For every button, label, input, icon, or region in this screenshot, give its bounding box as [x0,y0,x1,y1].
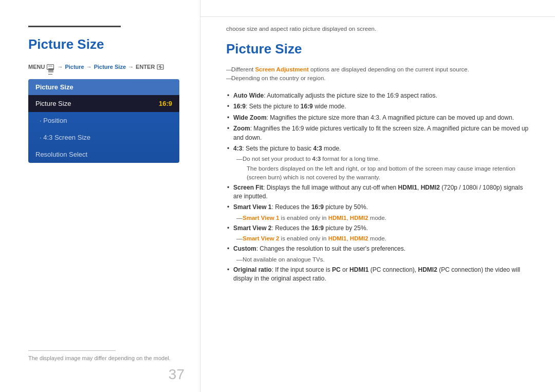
intro-note-1: Different Screen Adjustment options are … [226,66,532,72]
svg-rect-2 [48,71,53,72]
picture-label: Picture [65,64,84,70]
smart-view-1-label: Smart View 1 [233,203,271,211]
right-page-title: Picture Size [226,41,532,57]
menu-box: Picture Size Picture Size 16:9 · Positio… [28,79,179,163]
list-item-4-3: 4:3: Sets the picture to basic 4:3 mode.… [226,144,532,181]
sv2-16-9: 16:9 [311,225,324,232]
sub-note-sv2: Smart View 2 is enabled only in HDMI1, H… [233,234,532,242]
4-3-inline: 4:3 [313,145,322,152]
bottom-note-line [28,350,116,351]
menu-item-label-position: · Position [40,117,67,124]
16-9-bold-inline: 16:9 [301,103,313,110]
pc-label: PC [332,266,341,273]
hdmi2-or: HDMI2 [418,266,437,273]
menu-item-resolution-select[interactable]: Resolution Select [28,146,179,163]
4-3-label: 4:3 [233,145,242,152]
hdmi1-or: HDMI1 [349,266,368,273]
menu-item-label-resolution-select: Resolution Select [35,151,87,158]
right-top-note: choose size and aspect ratio picture dis… [226,26,532,32]
right-panel: choose size and aspect ratio picture dis… [200,0,555,392]
list-item-screen-fit: Screen Fit: Displays the full image with… [226,183,532,201]
list-item-smart-view-1: Smart View 1: Reduces the 16:9 picture b… [226,203,532,221]
left-panel: Picture Size MENU → Picture → Picture Si… [0,0,200,392]
page-container: Picture Size MENU → Picture → Picture Si… [0,0,555,392]
list-item-zoom: Zoom: Magnifies the 16:9 wide pictures v… [226,124,532,142]
sv2-orange: Smart View 2 [243,235,279,241]
original-ratio-label: Original ratio [233,266,272,273]
auto-wide-label: Auto Wide [233,92,264,99]
arrow1: → [57,64,63,70]
hdmi2-sf: HDMI2 [421,184,440,191]
bottom-note: The displayed image may differ depending… [28,350,184,361]
menu-item-picture-size[interactable]: Picture Size 16:9 [28,95,179,112]
list-item-original-ratio: Original ratio: If the input source is P… [226,266,532,284]
sv1-16-9: 16:9 [311,203,324,211]
left-page-title: Picture Size [28,36,179,52]
list-item-wide-zoom: Wide Zoom: Magnifies the picture size mo… [226,114,532,122]
zoom-label: Zoom [233,125,250,132]
feature-list: Auto Wide: Automatically adjusts the pic… [226,91,532,284]
wide-zoom-label: Wide Zoom [233,114,267,121]
menu-item-label-43-screen: · 4:3 Screen Size [40,134,90,141]
picture-size-label: Picture Size [94,64,126,70]
menu-item-43-screen[interactable]: · 4:3 Screen Size [28,129,179,146]
arrow3: → [128,64,134,70]
menu-label: MENU [28,64,45,70]
arrow2: → [86,64,92,70]
screen-fit-label: Screen Fit [233,184,263,191]
custom-label: Custom [233,245,256,252]
16-9-label: 16:9 [233,103,246,110]
menu-icon [47,64,54,70]
enter-icon [157,64,164,70]
sub-note-4-3-1: Do not set your product to 4:3 format fo… [233,155,532,163]
left-top-line [28,26,121,27]
bottom-note-text: The displayed image may differ depending… [28,355,184,361]
sv1-hdmi2: HDMI2 [350,215,368,221]
svg-rect-0 [48,68,53,69]
list-item-auto-wide: Auto Wide: Automatically adjusts the pic… [226,91,532,100]
sv2-hdmi2: HDMI2 [350,235,368,241]
screen-adjustment-highlight: Screen Adjustment [255,66,308,72]
sv1-orange: Smart View 1 [243,215,279,221]
svg-rect-1 [48,70,53,71]
smart-view-2-label: Smart View 2 [233,225,271,232]
menu-box-header: Picture Size [28,79,179,95]
menu-path: MENU → Picture → Picture Size → ENTER [28,64,179,70]
right-top-divider [200,16,555,17]
menu-item-position[interactable]: · Position [28,112,179,129]
intro-note-2: Depending on the country or region. [226,75,532,81]
hdmi1-sf: HDMI1 [398,184,417,191]
sv1-hdmi1: HDMI1 [328,215,347,221]
list-item-16-9: 16:9: Sets the picture to 16:9 wide mode… [226,102,532,111]
sub-note-sv1: Smart View 1 is enabled only in HDMI1, H… [233,214,532,222]
menu-item-value-picture-size: 16:9 [159,100,172,107]
sub-note-custom: Not available on analogue TVs. [233,255,532,264]
4-3-subnote-bold: 4:3 [312,156,321,162]
enter-label: ENTER [136,64,155,70]
list-item-smart-view-2: Smart View 2: Reduces the 16:9 picture b… [226,224,532,242]
page-number: 37 [169,366,184,383]
sv2-hdmi1: HDMI1 [328,235,347,241]
menu-item-label-picture-size: Picture Size [35,100,71,107]
sub-note-4-3-2: The borders displayed on the left and ri… [233,164,532,181]
list-item-custom: Custom: Changes the resolution to suit t… [226,245,532,263]
